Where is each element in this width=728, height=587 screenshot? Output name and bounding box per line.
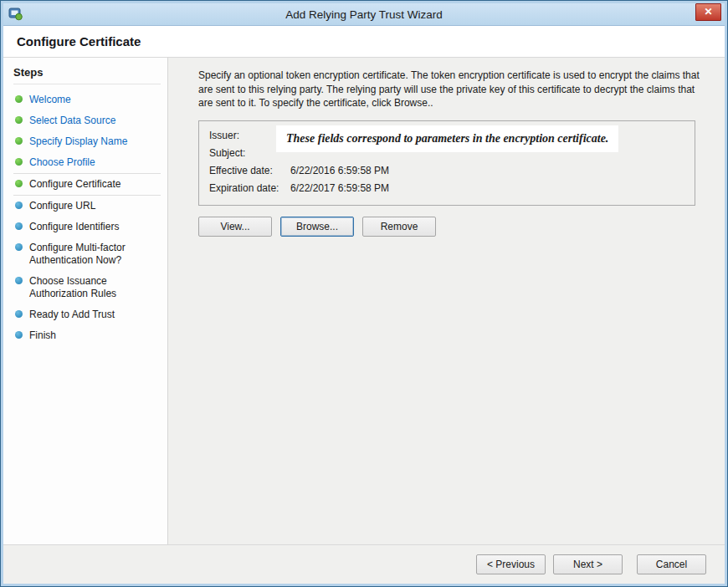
certificate-actions: View... Browse... Remove bbox=[198, 217, 705, 237]
step-pending-icon bbox=[15, 331, 23, 339]
step-label: Select Data Source bbox=[29, 115, 115, 127]
sidebar-item-configure-mfa: Configure Multi-factor Authentication No… bbox=[13, 237, 161, 271]
footer: < Previous Next > Cancel bbox=[3, 544, 725, 584]
main-content: Specify an optional token encryption cer… bbox=[168, 58, 725, 544]
steps-list: Welcome Select Data Source Specify Displ… bbox=[13, 89, 161, 346]
close-button[interactable]: ✕ bbox=[695, 3, 721, 21]
window-frame: Add Relying Party Trust Wizard ✕ Configu… bbox=[0, 0, 728, 587]
step-label: Configure Multi-factor Authentication No… bbox=[29, 242, 161, 267]
body: Steps Welcome Select Data Source Specify… bbox=[3, 58, 725, 544]
step-label: Ready to Add Trust bbox=[29, 309, 115, 321]
sidebar-item-choose-profile[interactable]: Choose Profile bbox=[13, 152, 161, 173]
previous-button[interactable]: < Previous bbox=[476, 554, 546, 574]
steps-heading: Steps bbox=[13, 66, 161, 84]
description-text: Specify an optional token encryption cer… bbox=[198, 69, 700, 110]
sidebar-item-choose-issuance-rules: Choose Issuance Authorization Rules bbox=[13, 271, 161, 304]
cert-field-value: 6/22/2017 6:59:58 PM bbox=[290, 180, 684, 197]
cert-field-value: 6/22/2016 6:59:58 PM bbox=[290, 162, 684, 180]
sidebar-item-select-data-source[interactable]: Select Data Source bbox=[13, 110, 161, 131]
steps-sidebar: Steps Welcome Select Data Source Specify… bbox=[3, 58, 168, 544]
step-pending-icon bbox=[15, 222, 23, 230]
step-pending-icon bbox=[15, 243, 23, 251]
remove-button[interactable]: Remove bbox=[362, 217, 436, 237]
step-label: Choose Profile bbox=[29, 156, 95, 169]
sidebar-item-finish: Finish bbox=[13, 325, 161, 346]
step-pending-icon bbox=[15, 202, 23, 209]
annotation-note: These fields correspond to parameters in… bbox=[276, 125, 618, 152]
step-label: Configure Identifiers bbox=[29, 221, 119, 233]
title-bar[interactable]: Add Relying Party Trust Wizard ✕ bbox=[3, 3, 725, 26]
cert-field-effective-date: Effective date: 6/22/2016 6:59:58 PM bbox=[209, 162, 684, 180]
sidebar-item-welcome[interactable]: Welcome bbox=[13, 89, 161, 110]
step-done-icon bbox=[15, 137, 23, 145]
page-title: Configure Certificate bbox=[17, 34, 141, 48]
cert-field-label: Effective date: bbox=[209, 162, 290, 180]
step-current-icon bbox=[15, 180, 23, 187]
cert-field-label: Expiration date: bbox=[209, 180, 290, 197]
step-label: Configure URL bbox=[29, 200, 95, 212]
next-button[interactable]: Next > bbox=[553, 554, 623, 574]
step-label: Configure Certificate bbox=[29, 178, 120, 191]
step-pending-icon bbox=[15, 310, 23, 318]
step-done-icon bbox=[15, 158, 23, 166]
step-label: Specify Display Name bbox=[29, 135, 127, 148]
view-button[interactable]: View... bbox=[198, 217, 272, 237]
cert-field-expiration-date: Expiration date: 6/22/2017 6:59:58 PM bbox=[209, 180, 684, 197]
step-label: Choose Issuance Authorization Rules bbox=[29, 275, 161, 300]
cancel-button[interactable]: Cancel bbox=[637, 554, 706, 574]
sidebar-item-configure-identifiers: Configure Identifiers bbox=[13, 217, 161, 237]
step-done-icon bbox=[15, 95, 23, 103]
sidebar-item-configure-certificate: Configure Certificate bbox=[13, 173, 161, 196]
step-done-icon bbox=[15, 116, 23, 124]
window-title: Add Relying Party Trust Wizard bbox=[3, 8, 725, 21]
step-label: Welcome bbox=[29, 94, 71, 106]
sidebar-item-specify-display-name[interactable]: Specify Display Name bbox=[13, 131, 161, 152]
browse-button[interactable]: Browse... bbox=[280, 217, 354, 237]
step-label: Finish bbox=[29, 329, 56, 342]
wizard-window: Add Relying Party Trust Wizard ✕ Configu… bbox=[1, 1, 727, 586]
sidebar-item-ready-to-add-trust: Ready to Add Trust bbox=[13, 304, 161, 325]
certificate-details-box: Issuer: Subject: Effective date: 6/22/20… bbox=[198, 120, 695, 206]
sidebar-item-configure-url: Configure URL bbox=[13, 196, 161, 217]
page-header: Configure Certificate bbox=[3, 26, 725, 58]
step-pending-icon bbox=[15, 277, 23, 284]
